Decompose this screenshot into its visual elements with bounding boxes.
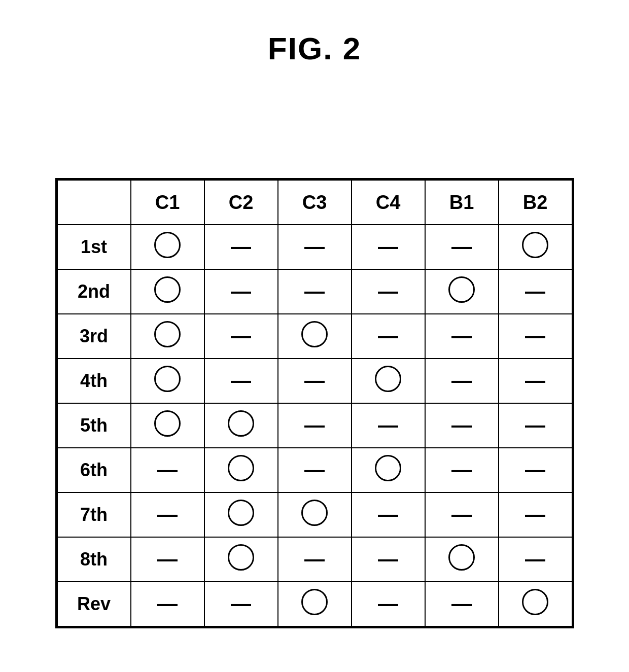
table-row: 1st———— xyxy=(57,225,572,269)
circle-indicator xyxy=(154,276,181,303)
cell-8th-col1: — xyxy=(131,537,204,582)
row-label-text: 1st xyxy=(81,236,107,257)
circle-indicator xyxy=(375,366,401,392)
dash-indicator: — xyxy=(451,504,472,524)
circle-indicator xyxy=(522,232,548,258)
dash-indicator: — xyxy=(304,415,325,435)
circle-indicator xyxy=(448,276,475,303)
dash-indicator: — xyxy=(304,236,325,257)
cell-1st-col1 xyxy=(131,225,204,269)
cell-7th-col2 xyxy=(204,492,278,537)
dash-indicator: — xyxy=(378,236,398,257)
row-label-7th: 7th xyxy=(57,492,131,537)
row-label-text: 7th xyxy=(80,504,108,525)
cell-1st-col4: — xyxy=(352,225,425,269)
row-label-text: 5th xyxy=(80,415,108,436)
cell-2nd-col2: — xyxy=(204,269,278,314)
cell-8th-col4: — xyxy=(352,537,425,582)
circle-indicator xyxy=(301,321,328,347)
circle-indicator xyxy=(154,366,181,392)
row-label-text: 6th xyxy=(80,459,108,480)
dash-indicator: — xyxy=(157,549,178,569)
dash-indicator: — xyxy=(231,281,251,301)
cell-rev-col5: — xyxy=(425,582,499,626)
cell-7th-col4: — xyxy=(352,492,425,537)
row-label-6th: 6th xyxy=(57,448,131,492)
header-b2: B2 xyxy=(499,180,572,225)
circle-indicator xyxy=(301,589,328,615)
dash-indicator: — xyxy=(378,504,398,524)
cell-7th-col1: — xyxy=(131,492,204,537)
cell-4th-col4 xyxy=(352,359,425,403)
cell-4th-col5: — xyxy=(425,359,499,403)
dash-indicator: — xyxy=(157,593,178,614)
circle-indicator xyxy=(375,455,401,481)
dash-indicator: — xyxy=(525,281,545,301)
dash-indicator: — xyxy=(378,549,398,569)
cell-2nd-col1 xyxy=(131,269,204,314)
cell-3rd-col2: — xyxy=(204,314,278,359)
cell-2nd-col3: — xyxy=(278,269,352,314)
table-header-row: C1 C2 C3 C4 B1 B2 xyxy=(57,180,572,225)
cell-6th-col4 xyxy=(352,448,425,492)
cell-4th-col2: — xyxy=(204,359,278,403)
dash-indicator: — xyxy=(451,415,472,435)
cell-rev-col6 xyxy=(499,582,572,626)
dash-indicator: — xyxy=(157,459,178,480)
dash-indicator: — xyxy=(451,236,472,257)
table-row: 7th———— xyxy=(57,492,572,537)
data-table: C1 C2 C3 C4 B1 B2 1st————2nd————3rd————4… xyxy=(57,180,573,627)
cell-4th-col6: — xyxy=(499,359,572,403)
table-row: 6th———— xyxy=(57,448,572,492)
dash-indicator: — xyxy=(525,549,545,569)
dash-indicator: — xyxy=(525,326,545,346)
row-label-8th: 8th xyxy=(57,537,131,582)
cell-1st-col6 xyxy=(499,225,572,269)
dash-indicator: — xyxy=(451,326,472,346)
cell-6th-col5: — xyxy=(425,448,499,492)
row-label-4th: 4th xyxy=(57,359,131,403)
dash-indicator: — xyxy=(304,370,325,391)
cell-rev-col2: — xyxy=(204,582,278,626)
cell-3rd-col6: — xyxy=(499,314,572,359)
circle-indicator xyxy=(228,455,254,481)
header-c1: C1 xyxy=(131,180,204,225)
cell-8th-col2 xyxy=(204,537,278,582)
cell-5th-col2 xyxy=(204,403,278,448)
dash-indicator: — xyxy=(304,459,325,480)
dash-indicator: — xyxy=(231,370,251,391)
cell-3rd-col1 xyxy=(131,314,204,359)
cell-rev-col4: — xyxy=(352,582,425,626)
cell-2nd-col5 xyxy=(425,269,499,314)
table-row: Rev———— xyxy=(57,582,572,626)
circle-indicator xyxy=(228,544,254,571)
dash-indicator: — xyxy=(378,326,398,346)
cell-5th-col1 xyxy=(131,403,204,448)
dash-indicator: — xyxy=(525,459,545,480)
header-c3: C3 xyxy=(278,180,352,225)
cell-2nd-col6: — xyxy=(499,269,572,314)
dash-indicator: — xyxy=(378,593,398,614)
circle-indicator xyxy=(228,500,254,526)
cell-6th-col2 xyxy=(204,448,278,492)
dash-indicator: — xyxy=(451,459,472,480)
row-label-text: 4th xyxy=(80,370,108,391)
cell-3rd-col4: — xyxy=(352,314,425,359)
table-row: 3rd———— xyxy=(57,314,572,359)
dash-indicator: — xyxy=(378,415,398,435)
table-row: 2nd———— xyxy=(57,269,572,314)
row-label-5th: 5th xyxy=(57,403,131,448)
row-label-2nd: 2nd xyxy=(57,269,131,314)
circle-indicator xyxy=(448,544,475,571)
cell-6th-col6: — xyxy=(499,448,572,492)
cell-rev-col1: — xyxy=(131,582,204,626)
row-label-3rd: 3rd xyxy=(57,314,131,359)
cell-3rd-col5: — xyxy=(425,314,499,359)
figure-title: FIG. 2 xyxy=(268,30,361,66)
dash-indicator: — xyxy=(451,370,472,391)
dash-indicator: — xyxy=(451,593,472,614)
row-label-1st: 1st xyxy=(57,225,131,269)
header-c4: C4 xyxy=(352,180,425,225)
cell-7th-col3 xyxy=(278,492,352,537)
cell-6th-col1: — xyxy=(131,448,204,492)
